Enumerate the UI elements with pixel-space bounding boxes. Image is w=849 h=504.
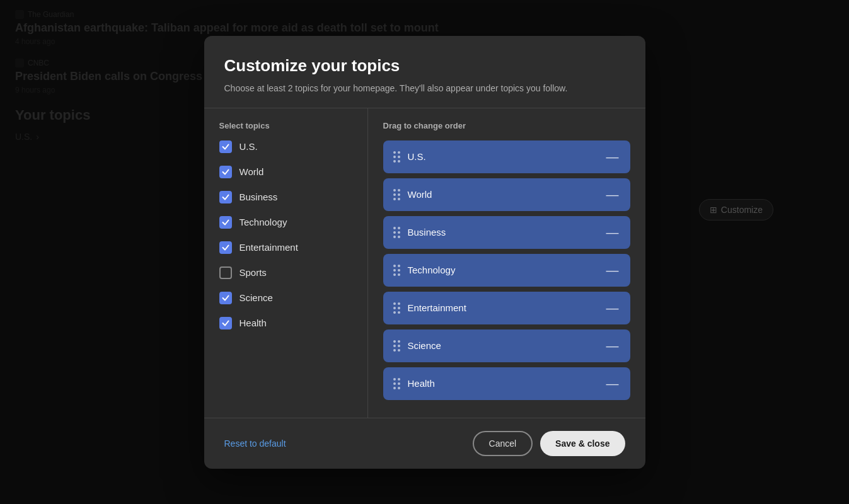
- select-topics-column: Select topics U.S. World: [204, 108, 368, 418]
- drag-label-health: Health: [408, 378, 435, 389]
- checkbox-technology[interactable]: [219, 216, 232, 229]
- drag-label-technology: Technology: [408, 265, 456, 275]
- cancel-button[interactable]: Cancel: [473, 431, 533, 456]
- remove-health-button[interactable]: —: [605, 376, 620, 391]
- drag-label-business: Business: [408, 227, 446, 238]
- modal-subtitle: Choose at least 2 topics for your homepa…: [224, 82, 625, 95]
- save-close-button[interactable]: Save & close: [540, 431, 625, 456]
- checkbox-health[interactable]: [219, 317, 232, 329]
- remove-world-button[interactable]: —: [605, 187, 620, 202]
- topic-row-technology[interactable]: Technology: [219, 216, 352, 229]
- modal-title: Customize your topics: [224, 56, 625, 76]
- drag-handle-science: [393, 340, 400, 352]
- topic-label-entertainment: Entertainment: [240, 242, 298, 253]
- drag-item-science[interactable]: Science —: [383, 329, 630, 362]
- footer-actions: Cancel Save & close: [473, 431, 625, 456]
- topic-row-health[interactable]: Health: [219, 317, 352, 329]
- drag-label-us: U.S.: [408, 151, 426, 162]
- checkbox-science[interactable]: [219, 292, 232, 304]
- select-topics-label: Select topics: [219, 121, 352, 130]
- topic-label-sports: Sports: [240, 267, 267, 278]
- drag-label-science: Science: [408, 340, 441, 351]
- drag-handle-world: [393, 189, 400, 200]
- topic-row-us[interactable]: U.S.: [219, 140, 352, 153]
- drag-label-entertainment: Entertainment: [408, 302, 466, 313]
- topic-label-world: World: [240, 166, 264, 177]
- remove-entertainment-button[interactable]: —: [605, 301, 620, 316]
- drag-item-health[interactable]: Health —: [383, 367, 630, 400]
- drag-handle-us: [393, 151, 400, 163]
- drag-handle-business: [393, 227, 400, 238]
- checkbox-entertainment[interactable]: [219, 241, 232, 254]
- modal-columns: Select topics U.S. World: [204, 108, 645, 418]
- checkbox-sports[interactable]: [219, 266, 232, 279]
- checkbox-us[interactable]: [219, 140, 232, 153]
- drag-item-business[interactable]: Business —: [383, 216, 630, 249]
- topic-label-science: Science: [240, 292, 273, 303]
- remove-technology-button[interactable]: —: [605, 263, 620, 278]
- topic-label-health: Health: [240, 318, 267, 328]
- remove-science-button[interactable]: —: [605, 338, 620, 353]
- drag-item-entertainment[interactable]: Entertainment —: [383, 292, 630, 324]
- modal-header: Customize your topics Choose at least 2 …: [204, 36, 645, 108]
- topic-label-us: U.S.: [240, 141, 258, 152]
- topic-label-business: Business: [240, 192, 278, 202]
- modal-overlay: Customize your topics Choose at least 2 …: [0, 0, 849, 504]
- drag-order-column: Drag to change order U.S. —: [368, 108, 645, 418]
- topic-row-science[interactable]: Science: [219, 292, 352, 304]
- customize-modal: Customize your topics Choose at least 2 …: [204, 36, 645, 469]
- reset-button[interactable]: Reset to default: [224, 438, 286, 449]
- drag-item-technology[interactable]: Technology —: [383, 254, 630, 287]
- checkbox-business[interactable]: [219, 191, 232, 203]
- checkbox-world[interactable]: [219, 166, 232, 178]
- topic-label-technology: Technology: [240, 217, 287, 227]
- drag-item-us[interactable]: U.S. —: [383, 140, 630, 173]
- remove-business-button[interactable]: —: [605, 225, 620, 240]
- topic-row-entertainment[interactable]: Entertainment: [219, 241, 352, 254]
- drag-handle-technology: [393, 265, 400, 276]
- modal-footer: Reset to default Cancel Save & close: [204, 418, 645, 469]
- topic-row-sports[interactable]: Sports: [219, 266, 352, 279]
- topic-row-world[interactable]: World: [219, 166, 352, 178]
- topic-row-business[interactable]: Business: [219, 191, 352, 203]
- drag-order-label: Drag to change order: [383, 121, 630, 130]
- drag-handle-entertainment: [393, 302, 400, 314]
- drag-item-world[interactable]: World —: [383, 178, 630, 211]
- remove-us-button[interactable]: —: [605, 149, 620, 164]
- drag-handle-health: [393, 378, 400, 389]
- drag-label-world: World: [408, 189, 432, 200]
